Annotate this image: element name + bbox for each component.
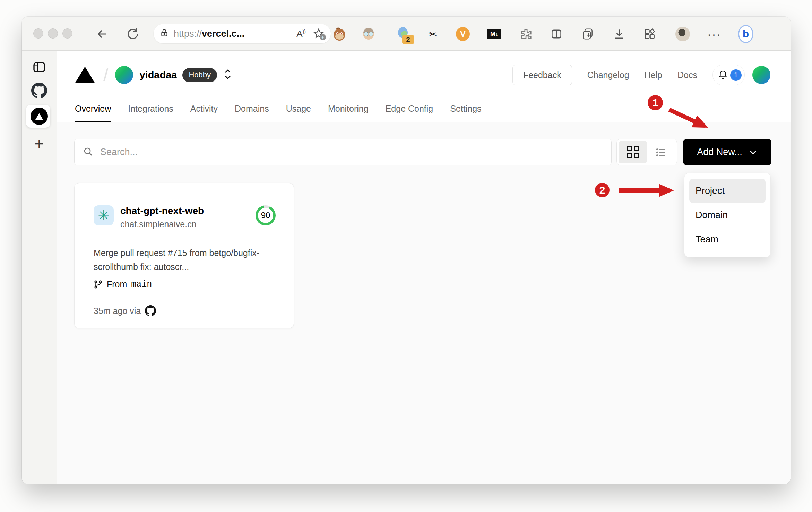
browser-sidebar: + <box>22 51 57 484</box>
close-window-button[interactable] <box>33 28 43 39</box>
github-tab-icon[interactable] <box>22 83 57 99</box>
team-switcher-icon[interactable] <box>223 68 232 82</box>
docs-link[interactable]: Docs <box>677 70 697 80</box>
team-name[interactable]: yidadaa <box>139 69 177 81</box>
split-screen-icon[interactable] <box>549 26 564 42</box>
add-favorite-plus-icon: + <box>320 34 326 40</box>
bing-chat-icon[interactable]: b <box>738 26 753 42</box>
tab-domains[interactable]: Domains <box>235 104 269 122</box>
latest-commit-message[interactable]: Merge pull request #715 from betgo/bugfi… <box>94 246 283 274</box>
apps-icon[interactable] <box>642 26 657 42</box>
more-menu-icon[interactable]: ··· <box>707 26 722 42</box>
feedback-button[interactable]: Feedback <box>512 65 572 85</box>
browser-profile-avatar[interactable] <box>675 26 690 42</box>
sidebar-panel-toggle-icon[interactable] <box>22 60 57 74</box>
openai-project-icon: ✳ <box>94 205 114 225</box>
user-avatar[interactable] <box>752 66 770 84</box>
team-avatar[interactable] <box>115 66 133 84</box>
vercel-dashboard-body: Add New... ✳ chat-gpt-next-web chat.simp… <box>57 122 791 484</box>
tab-usage[interactable]: Usage <box>286 104 311 122</box>
view-toggle <box>616 139 677 165</box>
project-card[interactable]: ✳ chat-gpt-next-web chat.simplenaive.cn … <box>74 183 294 328</box>
markdown-download-extension-icon[interactable]: M↓ <box>486 26 502 42</box>
github-icon <box>145 305 156 316</box>
new-tab-button[interactable]: + <box>22 137 57 151</box>
collections-icon[interactable] <box>580 26 595 42</box>
vercel-header: / yidadaa Hobby Feedback Changelog Help … <box>57 51 791 122</box>
favorite-star-icon[interactable]: + <box>313 28 325 40</box>
scissors-extension-icon[interactable]: ✂ <box>425 26 440 42</box>
tab-overview[interactable]: Overview <box>75 104 111 122</box>
deploy-time-text: 35m ago via <box>94 306 141 316</box>
project-name[interactable]: chat-gpt-next-web <box>120 205 204 216</box>
address-bar[interactable]: https://vercel.c... A)) + <box>154 24 331 43</box>
vercel-logo[interactable] <box>75 67 95 83</box>
extension-badge-count: 2 <box>402 35 414 44</box>
minimize-window-button[interactable] <box>48 28 58 39</box>
screenshot-stage: https://vercel.c... A)) + 2 ✂ V <box>0 0 812 512</box>
branch-name[interactable]: main <box>131 279 152 289</box>
add-new-dropdown: Project Domain Team <box>684 173 771 257</box>
page-content: / yidadaa Hobby Feedback Changelog Help … <box>57 51 791 484</box>
vimium-extension-icon[interactable]: V <box>455 26 470 42</box>
tab-activity[interactable]: Activity <box>190 104 218 122</box>
vercel-tabbar: Overview Integrations Activity Domains U… <box>57 96 791 122</box>
menu-item-team[interactable]: Team <box>689 227 766 251</box>
menu-item-domain[interactable]: Domain <box>689 203 766 227</box>
browser-window: https://vercel.c... A)) + 2 ✂ V <box>22 17 791 484</box>
back-button[interactable] <box>95 27 109 41</box>
tab-monitoring[interactable]: Monitoring <box>328 104 369 122</box>
tab-settings[interactable]: Settings <box>450 104 481 122</box>
git-branch-icon <box>94 280 103 289</box>
browser-toolbar: https://vercel.c... A)) + 2 ✂ V <box>22 17 791 51</box>
notifications-button[interactable]: 1 <box>712 65 745 85</box>
add-new-button[interactable]: Add New... <box>683 139 771 165</box>
lighthouse-score-ring: 90 <box>256 205 276 225</box>
refresh-button[interactable] <box>126 27 140 41</box>
persona-extension-icon[interactable] <box>361 26 376 42</box>
tab-edge-config[interactable]: Edge Config <box>386 104 433 122</box>
plan-badge: Hobby <box>182 68 217 82</box>
search-icon <box>83 146 93 158</box>
list-view-button[interactable] <box>647 141 675 163</box>
menu-item-project[interactable]: Project <box>689 179 766 203</box>
chevron-down-icon <box>749 148 758 157</box>
notification-count-badge: 1 <box>730 69 742 81</box>
downloads-icon[interactable] <box>612 26 627 42</box>
tab-integrations[interactable]: Integrations <box>128 104 173 122</box>
grid-view-button[interactable] <box>619 141 647 163</box>
toolbar-divider <box>541 27 541 41</box>
project-domain[interactable]: chat.simplenaive.cn <box>120 219 204 229</box>
bell-icon <box>718 70 728 80</box>
changelog-link[interactable]: Changelog <box>587 70 629 80</box>
breadcrumb-separator: / <box>103 65 108 85</box>
help-link[interactable]: Help <box>645 70 662 80</box>
lighthouse-score-value: 90 <box>258 208 273 223</box>
grid-view-icon <box>627 146 639 158</box>
tampermonkey-extension-icon[interactable] <box>332 26 347 42</box>
profile-switcher-extension-icon[interactable]: 2 <box>396 26 411 42</box>
search-input[interactable] <box>100 146 603 158</box>
search-box <box>74 139 612 165</box>
zoom-window-button[interactable] <box>62 28 72 39</box>
branch-prefix: From <box>107 279 127 289</box>
list-view-icon <box>655 146 667 158</box>
reader-mode-icon[interactable]: A)) <box>296 28 306 39</box>
vercel-tab-icon[interactable] <box>22 108 57 125</box>
lock-icon <box>160 28 169 39</box>
url-text: https://vercel.c... <box>174 28 244 39</box>
extensions-puzzle-icon[interactable] <box>518 26 534 42</box>
